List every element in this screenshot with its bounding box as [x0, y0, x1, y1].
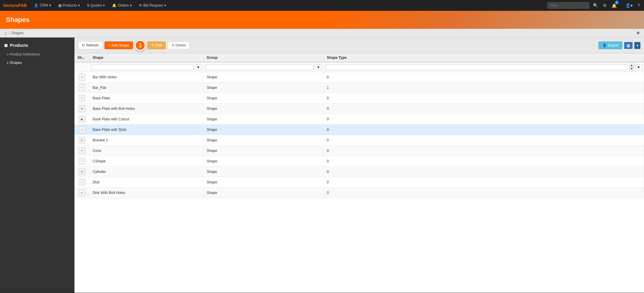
- brand-logo: SecturaFAB: [3, 3, 27, 8]
- col-header-shape-type[interactable]: Shape Type: [324, 53, 644, 62]
- cell-group: Shape: [204, 83, 324, 93]
- shape-thumbnail: ⊟: [79, 168, 85, 175]
- cell-shape: Bar With Holes: [89, 72, 204, 83]
- table-body: ≡ Bar With Holes Shape 0 — Bar_Flat Shap…: [74, 72, 644, 198]
- type-filter-down[interactable]: ▼: [629, 67, 634, 71]
- table-row[interactable]: — Bar_Flat Shape 1: [74, 83, 644, 93]
- table-row[interactable]: ↺ Cone Shape 0: [74, 146, 644, 156]
- cell-group: Shape: [204, 156, 324, 167]
- export-button[interactable]: 👤 Export: [598, 41, 622, 49]
- nav-quotes[interactable]: $ Quotes ▾: [84, 2, 108, 9]
- export-icon: 👤: [602, 43, 607, 47]
- cell-sh: ○: [74, 177, 89, 188]
- cell-sh: ↺: [74, 146, 89, 156]
- cell-group: Shape: [204, 188, 324, 198]
- shapes-table-container: Sh... Shape ↑ Group Shape Type: [74, 53, 644, 293]
- step-indicator: 1: [135, 40, 146, 51]
- cell-shape-type: 0: [324, 104, 644, 114]
- settings-icon[interactable]: ⚙: [602, 2, 608, 9]
- cell-shape: Disk: [89, 177, 204, 188]
- table-row[interactable]: ⌢ CShape Shape 0: [74, 156, 644, 167]
- add-shape-button[interactable]: + Add Shape: [104, 41, 133, 49]
- cell-group: Shape: [204, 125, 324, 135]
- type-filter-up[interactable]: ▲: [629, 64, 634, 67]
- cell-group: Shape: [204, 104, 324, 114]
- nav-crm[interactable]: 👤 CRM ▾: [31, 2, 54, 9]
- edit-icon: ✎: [151, 43, 154, 47]
- cell-group: Shape: [204, 146, 324, 156]
- cell-shape: Bar_Flat: [89, 83, 204, 93]
- cell-sh: ⊞: [74, 104, 89, 114]
- table-row[interactable]: □ Base Plate Shape 0: [74, 93, 644, 104]
- breadcrumb-settings-icon[interactable]: ⚙: [636, 31, 640, 35]
- cell-shape-type: 0: [324, 188, 644, 198]
- cell-shape-type: 0: [324, 93, 644, 104]
- col-header-shape[interactable]: Shape ↑: [89, 53, 204, 62]
- bid-icon: ✉: [139, 3, 142, 8]
- delete-button[interactable]: ✕ Delete: [168, 41, 190, 49]
- sidebar-item-shapes[interactable]: » Shapes: [0, 59, 74, 67]
- cell-shape: Base Plate with Cutout: [89, 114, 204, 125]
- cell-sh: □: [74, 125, 89, 135]
- cell-shape-type: 0: [324, 167, 644, 177]
- table-row[interactable]: ⊟ Cylinder Shape 0: [74, 167, 644, 177]
- cell-sh: ⊟: [74, 167, 89, 177]
- chevron-down-icon: ▾: [164, 3, 166, 8]
- shape-filter-button[interactable]: ▼: [195, 65, 202, 70]
- grid-icon: ▦: [4, 43, 8, 47]
- main-layout: ▦ Products » Product Definitions » Shape…: [0, 38, 644, 293]
- cell-sh: ▣: [74, 114, 89, 125]
- table-row[interactable]: ≡ Bar With Holes Shape 0: [74, 72, 644, 83]
- table-row[interactable]: ⊙ Disk With Bolt Holes Shape 0: [74, 188, 644, 198]
- view-dropdown-button[interactable]: ▾: [634, 42, 640, 49]
- cell-group: Shape: [204, 167, 324, 177]
- shape-thumbnail: □: [79, 126, 85, 133]
- refresh-icon: ↻: [82, 43, 85, 47]
- filter-cell-type: ▲ ▼ ▼: [324, 62, 644, 72]
- group-filter-button[interactable]: ▼: [315, 65, 322, 70]
- filter-cell-sh: [74, 62, 89, 72]
- cell-shape-type: 0: [324, 146, 644, 156]
- sidebar-section-products: ▦ Products: [0, 41, 74, 50]
- table-row[interactable]: □ Base Plate with Slots Shape 0: [74, 125, 644, 135]
- table-row[interactable]: ▣ Base Plate with Cutout Shape 0: [74, 114, 644, 125]
- filter-cell-group: ▼: [204, 62, 324, 72]
- navbar: SecturaFAB 👤 CRM ▾ ▦ Products ▾ $ Quotes…: [0, 0, 644, 11]
- notifications-icon[interactable]: 🔔0: [610, 2, 622, 9]
- nav-bid-request[interactable]: ✉ Bid Request ▾: [136, 2, 169, 9]
- search-icon[interactable]: 🔍: [592, 2, 599, 9]
- page-banner: Shapes: [0, 11, 644, 29]
- cell-sh: ⊙: [74, 188, 89, 198]
- shape-thumbnail: □: [79, 95, 85, 101]
- chevron-down-icon: ▾: [49, 3, 51, 8]
- table-row[interactable]: ⊞ Base Plate with Bolt Holes Shape 0: [74, 104, 644, 114]
- cell-shape: Base Plate: [89, 93, 204, 104]
- table-row[interactable]: ◫ Bracket 2 Shape 0: [74, 135, 644, 146]
- group-filter-input[interactable]: [205, 64, 314, 70]
- nav-products[interactable]: ▦ Products ▾: [55, 2, 83, 9]
- cell-shape-type: 0: [324, 156, 644, 167]
- type-filter-button[interactable]: ▼: [635, 65, 642, 70]
- cell-group: Shape: [204, 135, 324, 146]
- cell-shape-type: 0: [324, 125, 644, 135]
- breadcrumb-separator: /: [8, 31, 9, 35]
- cell-group: Shape: [204, 72, 324, 83]
- view-button[interactable]: ▦: [624, 42, 633, 49]
- home-icon[interactable]: ⌂: [4, 31, 7, 35]
- filter-row: ▼ ▼: [74, 62, 644, 72]
- nav-orders[interactable]: 🔔 Orders ▾: [109, 2, 135, 9]
- user-account-icon[interactable]: 👤▾: [624, 2, 634, 9]
- help-icon[interactable]: ?: [636, 2, 641, 9]
- col-header-group[interactable]: Group: [204, 53, 324, 62]
- chevron-down-icon: ▾: [130, 3, 132, 8]
- table-row[interactable]: ○ Disk Shape 0: [74, 177, 644, 188]
- sidebar-item-product-definitions[interactable]: » Product Definitions: [0, 50, 74, 59]
- refresh-button[interactable]: ↻ Refresh: [78, 41, 103, 49]
- help-search-input[interactable]: [547, 2, 589, 9]
- shape-filter-input[interactable]: [91, 64, 194, 70]
- cell-shape-type: 0: [324, 114, 644, 125]
- edit-button[interactable]: ✎ Edit: [147, 41, 166, 49]
- shape-thumbnail: ◫: [79, 137, 85, 143]
- cell-sh: ◫: [74, 135, 89, 146]
- type-filter-input[interactable]: [325, 64, 628, 70]
